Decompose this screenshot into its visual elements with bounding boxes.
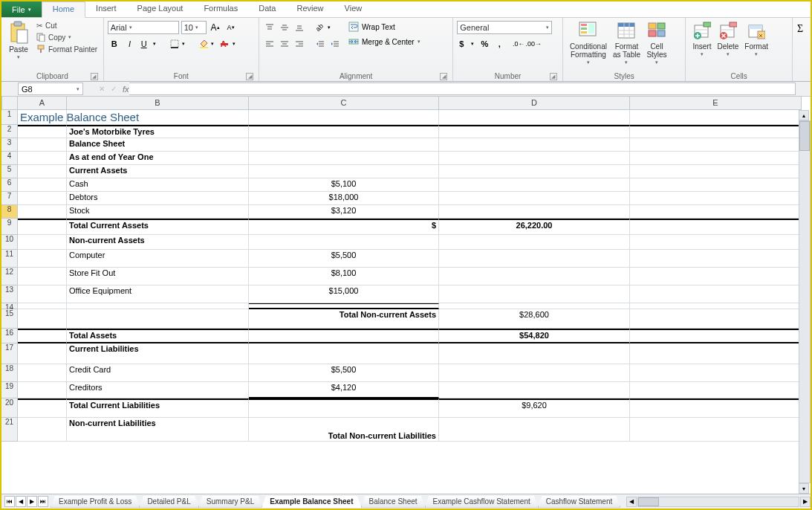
cell[interactable] — [18, 329, 67, 343]
merge-center-button[interactable]: Merge & Center▾ — [346, 36, 423, 48]
cell[interactable] — [439, 235, 630, 250]
enter-formula-icon[interactable]: ✓ — [108, 85, 119, 93]
cell[interactable] — [630, 329, 802, 343]
cell[interactable] — [439, 364, 630, 382]
cell[interactable]: Total Non-current Assets — [249, 309, 439, 329]
name-box[interactable]: G8 ▾ — [18, 83, 83, 95]
conditional-formatting-button[interactable]: Conditional Formatting▾ — [567, 19, 610, 67]
bold-button[interactable]: B — [108, 37, 121, 51]
cell[interactable] — [439, 250, 630, 268]
scroll-right-icon[interactable]: ▶ — [800, 497, 811, 507]
scroll-thumb[interactable] — [638, 497, 659, 506]
first-sheet-icon[interactable]: ⏮ — [4, 496, 15, 507]
cell[interactable] — [249, 329, 439, 343]
tab-page-layout[interactable]: Page Layout — [127, 1, 194, 17]
fx-icon[interactable]: fx — [123, 85, 129, 94]
dialog-launcher-icon[interactable]: ◢ — [91, 73, 98, 80]
cell[interactable]: $3,120 — [249, 205, 439, 219]
dialog-launcher-icon[interactable]: ◢ — [440, 73, 447, 80]
sheet-tab[interactable]: Example Cashflow Statement — [425, 496, 539, 508]
cell[interactable]: $18,000 — [249, 192, 439, 205]
last-sheet-icon[interactable]: ⏭ — [38, 496, 48, 507]
cell[interactable]: 26,220.00 — [439, 219, 630, 235]
tab-data[interactable]: Data — [248, 1, 286, 17]
underline-button[interactable]: U▾ — [139, 37, 158, 51]
row-header[interactable]: 15 — [1, 309, 18, 329]
cell[interactable] — [439, 268, 630, 285]
cell[interactable] — [249, 303, 439, 309]
format-as-table-button[interactable]: Format as Table▾ — [610, 19, 643, 67]
cell[interactable] — [18, 138, 67, 152]
row-header[interactable]: 11 — [1, 250, 18, 268]
tab-review[interactable]: Review — [286, 1, 334, 17]
align-bottom-button[interactable] — [293, 21, 306, 34]
cell[interactable]: $9,620 — [439, 398, 630, 418]
cancel-formula-icon[interactable]: ✕ — [97, 85, 107, 93]
cell[interactable] — [439, 152, 630, 165]
cell[interactable]: Store Fit Out — [67, 268, 249, 285]
delete-cells-button[interactable]: Delete▾ — [714, 19, 741, 59]
cell[interactable] — [630, 303, 802, 309]
row-header[interactable]: 13 — [1, 285, 18, 303]
row-header[interactable]: 12 — [1, 268, 18, 285]
cell-styles-button[interactable]: Cell Styles▾ — [643, 19, 670, 67]
cell[interactable]: Office Equipment — [67, 285, 249, 303]
cell[interactable] — [630, 285, 802, 303]
cell[interactable]: $28,600 — [439, 309, 630, 329]
cell[interactable] — [630, 110, 802, 125]
cell[interactable] — [630, 250, 802, 268]
cell[interactable]: $5,500 — [249, 364, 439, 382]
sheet-tab[interactable]: Summary P&L — [198, 496, 262, 508]
row-header[interactable]: 5 — [1, 165, 18, 178]
copy-button[interactable]: Copy▾ — [35, 32, 99, 42]
formula-input[interactable] — [129, 83, 796, 95]
cell[interactable] — [18, 192, 67, 205]
tab-insert[interactable]: Insert — [85, 1, 127, 17]
accounting-format-button[interactable]: $▾ — [457, 37, 476, 51]
increase-decimal-button[interactable]: .0← — [512, 37, 525, 51]
cut-button[interactable]: ✂ Cut — [35, 21, 99, 30]
cell[interactable] — [67, 110, 249, 125]
cell[interactable] — [439, 303, 630, 309]
cell[interactable] — [630, 309, 802, 329]
cell[interactable] — [18, 152, 67, 165]
row-header[interactable]: 3 — [1, 138, 18, 152]
cell[interactable]: $8,100 — [249, 268, 439, 285]
tab-formulas[interactable]: Formulas — [193, 1, 248, 17]
cell[interactable] — [439, 165, 630, 178]
col-header[interactable]: A — [18, 97, 67, 110]
dialog-launcher-icon[interactable]: ◢ — [550, 73, 557, 80]
cell[interactable] — [439, 125, 630, 138]
cell[interactable]: Current Liabilities — [67, 343, 249, 364]
cell[interactable]: $4,120 — [249, 382, 439, 398]
wrap-text-button[interactable]: Wrap Text — [346, 21, 423, 33]
cell[interactable] — [439, 343, 630, 364]
cell[interactable]: Debtors — [67, 192, 249, 205]
horizontal-scrollbar[interactable]: ◀ ▶ — [626, 497, 811, 507]
cell[interactable] — [18, 398, 67, 418]
cell[interactable]: Computer — [67, 250, 249, 268]
cell[interactable] — [249, 235, 439, 250]
cells-area[interactable]: Example Balance Sheet Joe's Motorbike Ty… — [18, 110, 802, 494]
row-header[interactable]: 21 — [1, 418, 18, 442]
next-sheet-icon[interactable]: ▶ — [27, 496, 37, 507]
grow-font-button[interactable]: A▴ — [209, 21, 222, 34]
row-header[interactable]: 7 — [1, 192, 18, 205]
cell[interactable] — [630, 165, 802, 178]
cell[interactable] — [630, 364, 802, 382]
cell[interactable]: $5,500 — [249, 250, 439, 268]
cell[interactable] — [249, 110, 439, 125]
row-header[interactable]: 17 — [1, 343, 18, 364]
cell[interactable]: $15,000 — [249, 285, 439, 303]
autosum-icon[interactable]: Σ — [796, 22, 807, 34]
row-header[interactable]: 9 — [1, 219, 18, 235]
cell[interactable] — [18, 382, 67, 398]
cell[interactable] — [630, 382, 802, 398]
tab-view[interactable]: View — [334, 1, 373, 17]
cell[interactable]: Total Current Liabilities — [67, 398, 249, 418]
dialog-launcher-icon[interactable]: ◢ — [246, 73, 253, 80]
cell[interactable] — [630, 192, 802, 205]
decrease-decimal-button[interactable]: .00→ — [527, 37, 540, 51]
cell[interactable] — [439, 285, 630, 303]
cell[interactable]: Total Current Assets — [67, 219, 249, 235]
